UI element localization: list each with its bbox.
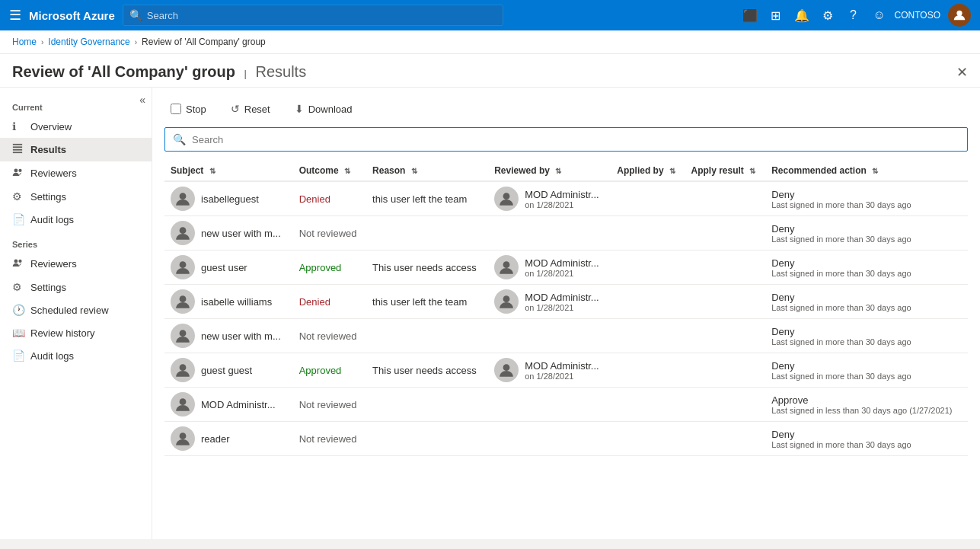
table-row: new user with m... Not reviewed Deny Las… <box>164 216 968 251</box>
series-settings-icon: ⚙ <box>12 281 24 293</box>
search-input[interactable] <box>147 10 496 21</box>
cell-subject: isabelleguest <box>164 181 293 216</box>
svg-point-17 <box>180 364 187 371</box>
reviewer-date: on 1/28/2021 <box>525 303 599 312</box>
reviewer-date: on 1/28/2021 <box>525 200 599 209</box>
recommended-detail: Last signed in more than 30 days ago <box>771 337 962 346</box>
sidebar-item-series-reviewers[interactable]: Reviewers <box>0 252 152 276</box>
cell-outcome: Not reviewed <box>293 216 366 251</box>
cell-apply-result <box>685 388 766 422</box>
user-avatar-icon <box>171 289 195 314</box>
directory-icon[interactable]: ⊞ <box>765 5 787 26</box>
help-icon[interactable]: ? <box>843 5 864 26</box>
recommended-action-value: Deny <box>771 257 962 269</box>
recommended-action-value: Deny <box>771 223 962 235</box>
cell-apply-result <box>685 319 766 353</box>
breadcrumb-home[interactable]: Home <box>12 37 37 47</box>
download-button[interactable]: ⬇ Download <box>289 100 359 118</box>
svg-rect-2 <box>13 146 22 148</box>
svg-rect-1 <box>13 144 22 145</box>
cell-reason <box>366 422 488 456</box>
feedback-icon[interactable]: ☺ <box>869 5 890 26</box>
cloud-shell-icon[interactable]: ⬛ <box>739 5 761 26</box>
cell-applied-by <box>611 285 685 319</box>
col-applied-by[interactable]: Applied by ⇅ <box>611 161 685 181</box>
reviewer-name: MOD Administr... <box>525 360 599 372</box>
col-reviewed-by[interactable]: Reviewed by ⇅ <box>488 161 611 181</box>
recommended-detail: Last signed in more than 30 days ago <box>771 440 962 449</box>
sidebar-collapse-icon[interactable]: « <box>139 94 145 106</box>
global-search[interactable]: 🔍 <box>123 5 503 26</box>
col-outcome[interactable]: Outcome ⇅ <box>293 161 366 181</box>
outcome-value: Not reviewed <box>299 433 357 445</box>
recommended-action-value: Deny <box>771 189 962 200</box>
cell-subject: new user with m... <box>164 319 293 353</box>
subject-name: reader <box>201 433 230 445</box>
breadcrumb: Home › Identity Governance › Review of '… <box>0 30 980 54</box>
cell-applied-by <box>611 353 685 388</box>
reviewer-name: MOD Administr... <box>525 257 599 269</box>
cell-reason <box>366 388 488 422</box>
sidebar-item-reviewers[interactable]: Reviewers <box>0 161 152 185</box>
svg-point-19 <box>180 398 187 405</box>
stop-button[interactable]: Stop <box>164 101 212 118</box>
sidebar-item-series-audit-logs[interactable]: 📄 Audit logs <box>0 344 152 367</box>
col-reason[interactable]: Reason ⇅ <box>366 161 488 181</box>
cell-apply-result <box>685 422 766 456</box>
reviewer-name: MOD Administr... <box>525 189 599 200</box>
cell-outcome: Denied <box>293 285 366 319</box>
sidebar-item-audit-logs[interactable]: 📄 Audit logs <box>0 208 152 231</box>
page-subtitle: Results <box>255 63 306 81</box>
sidebar-item-settings[interactable]: ⚙ Settings <box>0 185 152 208</box>
user-avatar-icon <box>171 187 195 211</box>
outcome-value: Denied <box>299 296 330 308</box>
cell-recommended-action: Deny Last signed in more than 30 days ag… <box>765 353 968 388</box>
sidebar-item-review-history[interactable]: 📖 Review history <box>0 321 152 344</box>
recommended-detail: Last signed in more than 30 days ago <box>771 235 962 244</box>
col-subject[interactable]: Subject ⇅ <box>164 161 293 181</box>
recommended-action-value: Deny <box>771 429 962 440</box>
stop-label: Stop <box>186 104 206 115</box>
recommended-action-value: Deny <box>771 360 962 372</box>
reset-button[interactable]: ↺ Reset <box>225 100 276 118</box>
user-avatar[interactable] <box>948 4 971 27</box>
svg-point-9 <box>180 193 187 199</box>
hamburger-icon[interactable]: ☰ <box>9 7 21 24</box>
sidebar-item-scheduled-review[interactable]: 🕐 Scheduled review <box>0 298 152 321</box>
breadcrumb-sep-1: › <box>41 38 43 46</box>
cell-applied-by <box>611 251 685 285</box>
svg-point-10 <box>503 193 510 199</box>
cell-applied-by <box>611 422 685 456</box>
user-avatar-icon <box>171 358 195 382</box>
notifications-icon[interactable]: 🔔 <box>791 5 812 26</box>
sidebar-item-results[interactable]: Results <box>0 138 152 161</box>
table-row: isabelleguest Deniedthis user left the t… <box>164 181 968 216</box>
sidebar-item-review-history-label: Review history <box>30 327 95 339</box>
cell-recommended-action: Deny Last signed in more than 30 days ag… <box>765 216 968 251</box>
svg-point-6 <box>18 169 21 172</box>
user-avatar-icon <box>171 392 195 417</box>
table-row: guest guest ApprovedThis user needs acce… <box>164 353 968 388</box>
sidebar: « Current ℹ Overview Results Reviewers ⚙… <box>0 88 152 539</box>
col-recommended-action[interactable]: Recommended action ⇅ <box>765 161 968 181</box>
recommended-detail: Last signed in more than 30 days ago <box>771 200 962 209</box>
sidebar-item-series-settings[interactable]: ⚙ Settings <box>0 276 152 298</box>
close-button[interactable]: ✕ <box>956 64 968 81</box>
reset-label: Reset <box>244 104 270 115</box>
breadcrumb-identity-governance[interactable]: Identity Governance <box>48 37 129 47</box>
recommended-detail: Last signed in more than 30 days ago <box>771 269 962 278</box>
outcome-value: Approved <box>299 262 342 273</box>
sidebar-item-overview[interactable]: ℹ Overview <box>0 115 152 138</box>
table-search-input[interactable] <box>192 134 959 145</box>
search-bar[interactable]: 🔍 <box>164 127 968 152</box>
reviewers-icon <box>12 167 24 180</box>
col-apply-result[interactable]: Apply result ⇅ <box>685 161 766 181</box>
stop-checkbox[interactable] <box>171 104 181 114</box>
svg-point-18 <box>503 364 510 371</box>
sidebar-item-audit-logs-label: Audit logs <box>30 214 74 225</box>
cell-outcome: Not reviewed <box>293 319 366 353</box>
settings-icon[interactable]: ⚙ <box>817 5 838 26</box>
cell-recommended-action: Deny Last signed in more than 30 days ag… <box>765 285 968 319</box>
download-label: Download <box>308 104 353 115</box>
cell-subject: guest guest <box>164 353 293 388</box>
